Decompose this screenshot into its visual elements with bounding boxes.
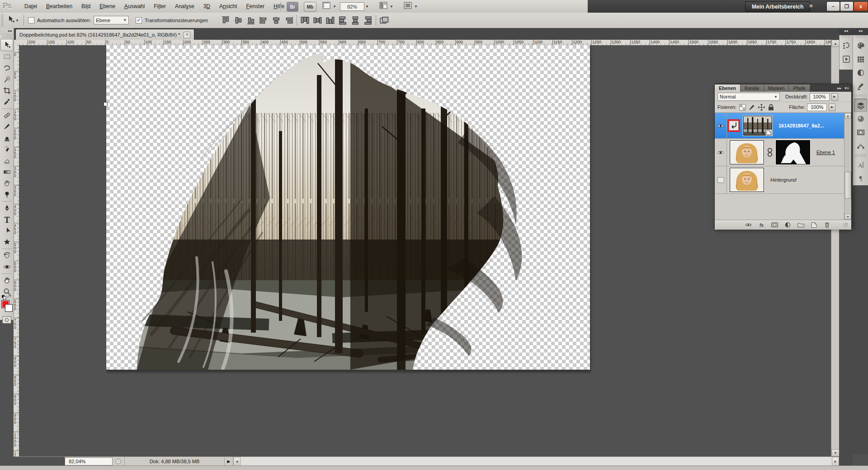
opacity-spinner[interactable]: ▶ bbox=[831, 93, 838, 101]
link-layers-icon[interactable] bbox=[745, 221, 752, 228]
align-vertical-centers-icon[interactable] bbox=[233, 15, 243, 25]
opacity-field[interactable]: 100% bbox=[810, 93, 830, 101]
color-panel-icon[interactable] bbox=[853, 39, 868, 52]
visibility-toggle[interactable] bbox=[715, 139, 727, 166]
paths-panel-icon[interactable] bbox=[853, 139, 868, 153]
layers-scrollbar-thumb[interactable] bbox=[845, 172, 851, 199]
layers-panel-icon[interactable] bbox=[854, 99, 867, 112]
tab-pfade[interactable]: Pfade bbox=[789, 85, 810, 92]
eraser-tool[interactable] bbox=[1, 155, 13, 166]
quick-mask-button[interactable] bbox=[2, 316, 11, 324]
dodge-tool[interactable] bbox=[1, 189, 13, 200]
zoom-level-field[interactable]: 82% bbox=[340, 2, 364, 11]
menu-filter[interactable]: Filter bbox=[149, 0, 170, 13]
fill-field[interactable]: 100% bbox=[807, 103, 827, 111]
scroll-right-icon[interactable]: ► bbox=[832, 457, 839, 466]
swap-colors-icon[interactable] bbox=[1, 294, 13, 300]
menu-hilfe[interactable]: Hilfe bbox=[269, 0, 289, 13]
menu-ebene[interactable]: Ebene bbox=[95, 0, 120, 13]
brush-panel-icon[interactable] bbox=[853, 80, 868, 93]
custom-shape-tool[interactable] bbox=[1, 236, 13, 248]
view-extras-dropdown[interactable]: ▼ bbox=[322, 2, 336, 11]
type-tool[interactable] bbox=[1, 214, 13, 225]
clip-mask-toggle-annotated[interactable] bbox=[729, 121, 739, 131]
actions-panel-icon[interactable] bbox=[840, 52, 853, 66]
menu-bild[interactable]: Bild bbox=[77, 0, 95, 13]
dock-collapse-button[interactable]: ◂◂ bbox=[853, 28, 868, 34]
menu-fenster[interactable]: Fenster bbox=[241, 0, 269, 13]
layer-row-3[interactable]: Hintergrund bbox=[715, 166, 851, 194]
brush-tool[interactable] bbox=[1, 121, 13, 132]
align-horizontal-centers-icon[interactable] bbox=[271, 15, 281, 25]
layers-scrollbar[interactable]: ▲▼ bbox=[844, 113, 851, 220]
smudge-tool[interactable] bbox=[1, 178, 13, 189]
align-right-edges-icon[interactable] bbox=[284, 15, 294, 25]
eyedropper-tool[interactable] bbox=[1, 96, 13, 108]
dock-grip[interactable] bbox=[855, 35, 866, 38]
tool-preset-picker[interactable]: ▼ bbox=[6, 15, 20, 26]
delete-layer-icon[interactable] bbox=[823, 221, 831, 228]
distribute-left-edges-icon[interactable] bbox=[338, 15, 348, 25]
layer-style-icon[interactable]: fx bbox=[758, 221, 765, 228]
swatches-panel-icon[interactable] bbox=[853, 52, 868, 66]
menu-auswahl[interactable]: Auswahl bbox=[120, 0, 149, 13]
auto-select-checkbox[interactable] bbox=[28, 17, 34, 24]
window-close-button[interactable]: x bbox=[854, 1, 868, 11]
arrange-documents-dropdown[interactable]: ▼ bbox=[379, 2, 393, 11]
align-top-edges-icon[interactable] bbox=[221, 15, 231, 25]
menu-analyse[interactable]: Analyse bbox=[170, 0, 199, 13]
zoom-dropdown-arrow[interactable]: ▼ bbox=[365, 2, 369, 11]
launch-bridge-button[interactable]: Br bbox=[287, 2, 298, 12]
scroll-left-icon[interactable]: ◄ bbox=[233, 457, 241, 466]
align-left-edges-icon[interactable] bbox=[259, 15, 269, 25]
auto-select-dropdown[interactable]: Ebene ▼ bbox=[94, 16, 129, 24]
layer-row-2[interactable]: Ebene 1 bbox=[715, 139, 851, 166]
panel-collapse-chevrons-icon[interactable]: ▸▸ bbox=[837, 86, 841, 90]
blend-mode-dropdown[interactable]: Normal ▼ bbox=[717, 93, 780, 101]
visibility-toggle[interactable] bbox=[715, 166, 727, 193]
auto-align-layers-icon[interactable] bbox=[379, 15, 389, 25]
3d-orbit-tool[interactable] bbox=[1, 261, 13, 273]
window-restore-button[interactable]: ❐ bbox=[840, 1, 854, 11]
quick-selection-tool[interactable] bbox=[1, 74, 13, 85]
dock-grip[interactable] bbox=[841, 35, 851, 38]
screen-mode-dropdown[interactable]: ▼ bbox=[403, 2, 418, 11]
status-zoom-field[interactable]: 82,04% bbox=[65, 457, 113, 465]
dock-collapse-button[interactable]: ◂◂ bbox=[839, 28, 853, 34]
lock-position-icon[interactable] bbox=[757, 103, 766, 111]
lock-all-icon[interactable] bbox=[767, 103, 775, 111]
launch-mini-bridge-button[interactable]: Mb bbox=[304, 2, 316, 12]
fill-spinner[interactable]: ▶ bbox=[829, 103, 835, 111]
layer-mask-thumbnail[interactable] bbox=[776, 140, 810, 164]
transform-anchor-handle[interactable] bbox=[104, 102, 108, 106]
masks-panel-icon[interactable] bbox=[853, 126, 868, 139]
tab-ebenen[interactable]: Ebenen bbox=[715, 85, 741, 92]
lasso-tool[interactable] bbox=[1, 62, 13, 74]
document-canvas[interactable] bbox=[106, 45, 590, 371]
3d-rotate-tool[interactable] bbox=[1, 250, 13, 261]
distribute-top-edges-icon[interactable] bbox=[300, 15, 310, 25]
channels-panel-icon[interactable] bbox=[853, 112, 868, 126]
mask-link-icon[interactable] bbox=[767, 147, 773, 157]
layer-thumbnail[interactable] bbox=[730, 168, 764, 192]
character-panel-icon[interactable]: A bbox=[853, 158, 868, 172]
scroll-up-icon[interactable]: ▲ bbox=[831, 40, 840, 47]
tools-panel-collapse-button[interactable]: ▸▸ bbox=[0, 28, 14, 34]
adjustments-panel-icon[interactable] bbox=[853, 66, 868, 80]
workspace-overflow-chevrons[interactable]: » bbox=[809, 2, 812, 9]
scroll-down-icon[interactable]: ▼ bbox=[844, 214, 851, 220]
spot-healing-brush-tool[interactable] bbox=[1, 110, 13, 121]
lock-image-pixels-icon[interactable] bbox=[748, 103, 756, 111]
clone-stamp-tool[interactable] bbox=[1, 132, 13, 144]
align-bottom-edges-icon[interactable] bbox=[246, 15, 256, 25]
scroll-down-icon[interactable]: ▼ bbox=[831, 449, 840, 456]
paragraph-panel-icon[interactable]: ¶ bbox=[853, 172, 868, 185]
panel-menu-icon[interactable]: ▾≡ bbox=[844, 86, 849, 90]
history-panel-icon[interactable] bbox=[840, 39, 853, 52]
new-group-icon[interactable] bbox=[797, 221, 805, 228]
gradient-tool[interactable] bbox=[1, 166, 13, 178]
distribute-right-edges-icon[interactable] bbox=[363, 15, 373, 25]
distribute-vertical-centers-icon[interactable] bbox=[312, 15, 322, 25]
document-tab[interactable]: Doppelbelichtung.psd bei 82% (1614291864… bbox=[15, 29, 194, 40]
layer-row-1[interactable]: 16142918647_8a2... bbox=[715, 113, 851, 139]
